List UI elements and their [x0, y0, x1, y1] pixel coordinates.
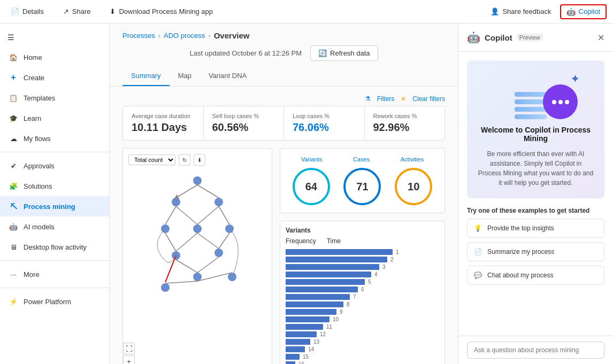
share-feedback-button[interactable]: 👤 Share feedback — [486, 5, 555, 18]
details-button[interactable]: 📄 Details — [6, 5, 48, 18]
sidebar-item-home[interactable]: 🏠 Home — [0, 47, 109, 67]
approvals-icon: ✔ — [9, 161, 18, 171]
svg-line-21 — [176, 260, 197, 273]
stat-loop-cases: Loop cases % 76.06% — [284, 106, 365, 140]
copilot-example-top-insights[interactable]: 💡 Provide the top insights — [467, 219, 604, 238]
stat-avg-duration-label: Average case duration — [132, 113, 195, 119]
svg-line-12 — [197, 185, 219, 198]
process-map-visual — [128, 170, 266, 309]
sidebar-item-my-flows[interactable]: ☁ My flows — [0, 128, 109, 149]
copilot-header: 🤖 Copilot Preview ✕ — [458, 24, 613, 52]
more-icon: ··· — [9, 269, 18, 279]
copilot-header-icon: 🤖 — [467, 31, 480, 44]
chat-dots — [552, 100, 569, 104]
refresh-icon: 🔄 — [318, 49, 327, 57]
zoom-in-button[interactable]: + — [123, 355, 135, 364]
power-platform-icon: ⚡ — [9, 297, 18, 306]
create-icon: + — [9, 73, 18, 82]
filter-row: ⚗ Filters ✕ Clear filters — [122, 95, 445, 103]
sidebar-item-learn[interactable]: 🎓 Learn — [0, 108, 109, 128]
toolbar: Last updated October 6 at 12:26 PM 🔄 Ref… — [110, 40, 458, 66]
top-bar-left: 📄 Details ↗ Share ⬇ Download Process Min… — [6, 5, 478, 18]
hamburger-button[interactable]: ☰ — [0, 28, 109, 47]
breadcrumb: Processes › ADO process › Overview — [110, 24, 458, 40]
tab-variant-dna[interactable]: Variant DNA — [200, 66, 255, 86]
filters-label[interactable]: Filters — [377, 95, 395, 103]
svg-line-13 — [165, 206, 176, 224]
share-icon: ↗ — [63, 7, 69, 16]
variants-header: Frequency Time — [286, 237, 439, 245]
variant-bar-row-6: 6 — [286, 286, 439, 292]
share-button[interactable]: ↗ Share — [59, 5, 95, 18]
doc-line-4 — [515, 114, 547, 119]
circle-cases: 71 — [343, 168, 381, 205]
copilot-input[interactable] — [467, 342, 604, 359]
stat-self-loop: Self loop cases % 60.56% — [204, 106, 285, 140]
sidebar-item-process-mining[interactable]: ⛏ Process mining — [0, 196, 109, 216]
desktop-flow-icon: 🖥 — [9, 242, 18, 252]
process-mining-icon: ⛏ — [9, 202, 18, 211]
sidebar-item-desktop-flow-label: Desktop flow activity — [24, 243, 87, 251]
circle-variants: 64 — [293, 168, 330, 205]
home-icon: 🏠 — [9, 52, 18, 62]
copilot-button[interactable]: 🤖 Copilot — [560, 4, 607, 19]
filter-icon: ⚗ — [365, 95, 371, 103]
sidebar-item-desktop-flow[interactable]: 🖥 Desktop flow activity — [0, 237, 109, 257]
hamburger-icon: ☰ — [7, 33, 14, 42]
copilot-icon: 🤖 — [566, 7, 576, 16]
copilot-close-button[interactable]: ✕ — [597, 33, 604, 43]
sidebar-item-more[interactable]: ··· More — [0, 264, 109, 284]
svg-line-14 — [176, 206, 197, 224]
stat-self-loop-value: 60.56% — [212, 121, 275, 134]
chat-bubble — [543, 84, 578, 119]
clear-filters-label[interactable]: Clear filters — [412, 95, 445, 103]
sidebar-item-templates-label: Templates — [24, 94, 55, 102]
content-area: Processes › ADO process › Overview Last … — [110, 24, 458, 364]
svg-line-15 — [197, 206, 219, 224]
stat-self-loop-label: Self loop cases % — [212, 113, 275, 119]
copilot-examples-title: Try one of these examples to get started — [467, 207, 604, 214]
variant-bar-9 — [286, 309, 336, 315]
variants-label: Variants — [301, 156, 323, 162]
svg-line-18 — [176, 233, 197, 251]
tab-map[interactable]: Map — [170, 66, 200, 86]
sidebar-item-templates[interactable]: 📋 Templates — [0, 88, 109, 108]
breadcrumb-sep-1: › — [158, 32, 160, 40]
sidebar-item-ai-models[interactable]: 🤖 AI models — [0, 216, 109, 237]
circle-activities-value: 10 — [395, 168, 432, 205]
copilot-example-chat[interactable]: 💬 Chat about my process — [467, 266, 604, 285]
chart-icon-btn-2[interactable]: ⬇ — [194, 154, 205, 166]
tab-summary[interactable]: Summary — [122, 66, 170, 86]
variant-bar-row-1: 1 — [286, 249, 439, 255]
total-count-dropdown[interactable]: Total count — [128, 154, 175, 165]
svg-line-20 — [219, 233, 229, 249]
variant-bar-13 — [286, 339, 310, 345]
chart-process-map: Total count ↻ ⬇ — [122, 148, 272, 364]
svg-line-16 — [219, 206, 229, 224]
templates-icon: 📋 — [9, 93, 18, 103]
copilot-body: ✦ Welcome to Copilot in Process Mining B… — [458, 52, 613, 336]
sparkle-icon: ✦ — [570, 72, 580, 86]
variant-bar-2 — [286, 257, 387, 262]
variants-col-frequency: Frequency — [286, 237, 316, 245]
sidebar-item-power-platform[interactable]: ⚡ Power Platform — [0, 291, 109, 312]
svg-line-23 — [165, 281, 197, 283]
stat-rework-value: 92.96% — [373, 121, 436, 134]
sidebar-item-flows-label: My flows — [24, 135, 51, 143]
sidebar-item-create[interactable]: + Create — [0, 67, 109, 88]
breadcrumb-ado[interactable]: ADO process — [164, 32, 205, 40]
flows-icon: ☁ — [9, 134, 18, 143]
chart-icon-btn-1[interactable]: ↻ — [179, 154, 190, 166]
copilot-label: Copilot — [579, 7, 600, 16]
copilot-example-summarize[interactable]: 📄 Summarize my process — [467, 242, 604, 261]
sidebar-item-solutions[interactable]: 🧩 Solutions — [0, 176, 109, 196]
breadcrumb-processes[interactable]: Processes — [122, 32, 155, 40]
variant-bar-1 — [286, 249, 393, 255]
refresh-button[interactable]: 🔄 Refresh data — [310, 45, 378, 61]
variant-bar-5 — [286, 279, 365, 285]
activities-label: Activities — [401, 156, 424, 162]
download-button[interactable]: ⬇ Download Process Mining app — [105, 5, 217, 18]
sidebar-item-approvals[interactable]: ✔ Approvals — [0, 156, 109, 176]
sidebar-item-learn-label: Learn — [24, 114, 41, 122]
fit-screen-button[interactable]: ⛶ — [123, 343, 135, 354]
